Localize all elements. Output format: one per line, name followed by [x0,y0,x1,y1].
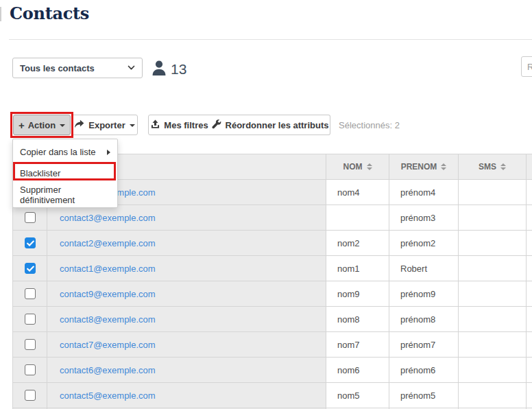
extra-cell [527,281,532,307]
row-checkbox[interactable] [25,288,36,299]
row-checkbox[interactable] [25,314,36,325]
sms-cell [459,358,527,383]
action-button[interactable]: + Action [13,115,71,135]
sort-arrows-icon [500,163,506,170]
mes-filtres-button[interactable]: Mes filtres [148,115,211,135]
extra-cell [527,383,532,408]
wrench-icon [212,119,221,131]
menu-item-blacklister[interactable]: Blacklister [13,163,117,184]
header-divider [9,39,532,40]
contact-email-link[interactable]: contact2@exemple.com [60,238,156,248]
nom-cell: nom6 [326,358,389,383]
extra-cell [527,307,532,332]
cut-off-edge-element [0,7,1,21]
column-header-extra [527,154,532,180]
contact-email-link[interactable]: contact8@exemple.com [60,314,156,325]
nom-cell [326,205,389,231]
action-dropdown-menu: Copier dans la liste Blacklister Supprim… [12,139,118,208]
sms-cell [459,180,527,205]
sms-cell [459,281,527,307]
table-row: contact5@exemple.com nom5 prénom5 [13,383,532,408]
table-row: contact6@exemple.com nom6 prénom6 [13,358,532,383]
nom-cell: nom1 [326,256,389,281]
sort-arrows-icon [441,163,446,170]
contacts-page: { "page": { "title": "Contacts" }, "filt… [0,0,532,409]
extra-cell [527,256,532,281]
row-checkbox[interactable] [25,212,36,223]
contact-list-select[interactable]: Tous les contacts [12,58,143,78]
table-row: contact8@exemple.com nom8 prénom8 [13,307,532,332]
nom-cell: nom8 [326,307,389,332]
reordonner-attributs-button[interactable]: Réordonner les attributs [210,115,330,135]
chevron-down-icon [128,65,135,71]
sms-cell [459,256,527,281]
table-row: contact3@exemple.com prénom3 [13,205,532,231]
table-row: contact2@exemple.com nom2 prénom2 [13,231,532,256]
sms-cell [459,383,527,408]
column-header-prenom[interactable]: PRENOM [389,154,459,180]
row-checkbox[interactable] [25,237,36,248]
prenom-cell: Robert [389,256,459,281]
table-row: contact7@exemple.com nom7 prénom7 [13,332,532,358]
table-row: contact9@exemple.com nom9 prénom9 [13,281,532,307]
nom-cell: nom4 [326,180,389,205]
caret-down-icon [130,124,135,127]
menu-item-copier-dans-la-liste[interactable]: Copier dans la liste [13,141,117,163]
row-checkbox[interactable] [25,263,36,274]
contact-count-group: 13 [151,59,186,79]
row-checkbox[interactable] [25,390,36,401]
nom-cell: nom5 [326,383,389,408]
selected-count-label: Sélectionnés: 2 [339,120,400,130]
row-checkbox[interactable] [25,364,36,375]
extra-cell [527,180,532,205]
submenu-arrow-icon [107,150,110,155]
prenom-cell: prénom7 [389,332,459,358]
nom-cell: nom9 [326,281,389,307]
nom-cell: nom2 [326,231,389,256]
contact-list-select-value: Tous les contacts [20,63,95,73]
contact-email-link[interactable]: contact7@exemple.com [60,340,156,350]
exporter-button-label: Exporter [88,120,125,130]
sms-cell [459,205,527,231]
sms-cell [459,332,527,358]
nom-cell: nom7 [326,332,389,358]
export-forward-arrow-icon [74,119,84,130]
page-title: Contacts [10,3,89,23]
sms-cell [459,231,527,256]
prenom-cell: prénom5 [389,383,459,408]
contact-email-link[interactable]: contact9@exemple.com [60,289,156,299]
upload-icon [151,119,160,130]
person-icon [151,59,167,79]
table-row: contact1@exemple.com nom1 Robert [13,256,532,281]
row-checkbox[interactable] [25,339,36,350]
extra-cell [527,205,532,231]
extra-cell [527,332,532,358]
contact-email-link[interactable]: contact5@exemple.com [60,390,156,401]
extra-cell [527,231,532,256]
search-input[interactable] [521,56,532,77]
prenom-cell: prénom6 [389,358,459,383]
prenom-cell: prénom4 [389,180,459,205]
mes-filtres-button-label: Mes filtres [164,120,208,130]
caret-down-icon [60,124,65,127]
contact-email-link[interactable]: contact1@exemple.com [60,264,156,274]
sms-cell [459,307,527,332]
column-header-sms[interactable]: SMS [459,154,527,180]
contact-count: 13 [171,61,186,78]
column-header-nom[interactable]: NOM [326,154,389,180]
prenom-cell: prénom8 [389,307,459,332]
exporter-button[interactable]: Exporter [71,115,138,135]
contact-email-link[interactable]: contact6@exemple.com [60,365,156,375]
prenom-cell: prénom9 [389,281,459,307]
contact-email-link[interactable]: contact3@exemple.com [60,213,156,223]
menu-item-supprimer-definitivement[interactable]: Supprimer définitivement [13,184,117,205]
prenom-cell: prénom2 [389,231,459,256]
prenom-cell: prénom3 [389,205,459,231]
extra-cell [527,358,532,383]
sort-arrows-icon [367,163,372,170]
action-button-label: Action [28,120,56,130]
plus-icon: + [19,119,25,131]
reordonner-attributs-button-label: Réordonner les attributs [226,120,329,130]
